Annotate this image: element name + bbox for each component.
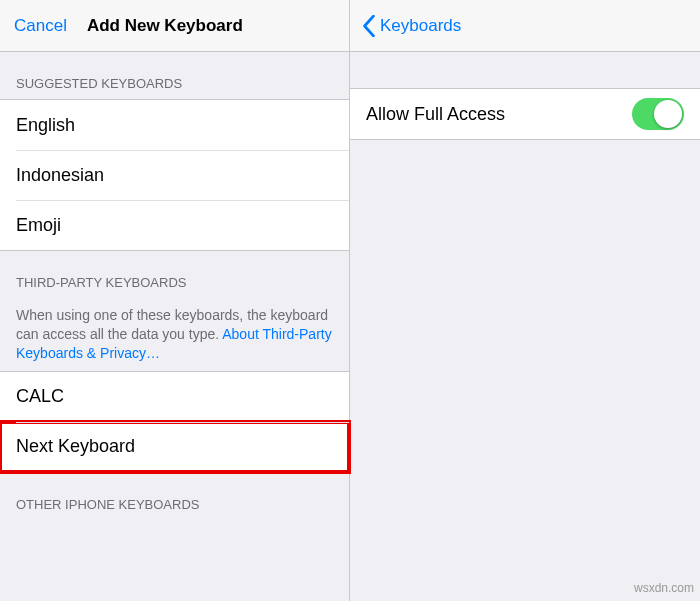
thirdparty-list: CALC Next Keyboard [0,371,349,473]
back-label: Keyboards [380,16,461,36]
cancel-button[interactable]: Cancel [8,16,73,36]
chevron-left-icon [362,15,376,37]
thirdparty-header: Third-Party Keyboards [0,251,349,298]
list-item[interactable]: Indonesian [0,150,349,200]
list-item[interactable]: Emoji [0,200,349,250]
other-header: Other iPhone Keyboards [0,473,349,520]
thirdparty-footer: When using one of these keyboards, the k… [0,298,349,371]
back-button[interactable]: Keyboards [358,15,461,37]
allow-label: Allow Full Access [366,104,505,125]
suggested-list: English Indonesian Emoji [0,99,349,251]
keyboard-settings-pane: Keyboards Allow Full Access [350,0,700,601]
list-item[interactable]: English [0,100,349,150]
allow-access-group: Allow Full Access [350,88,700,140]
watermark: wsxdn.com [634,581,694,595]
suggested-header: Suggested Keyboards [0,52,349,99]
allow-full-access-row: Allow Full Access [350,89,700,139]
navbar-right: Keyboards [350,0,700,52]
allow-full-access-toggle[interactable] [632,98,684,130]
navbar-left: Cancel Add New Keyboard [0,0,349,52]
list-item[interactable]: CALC [0,372,349,422]
page-title: Add New Keyboard [87,16,243,36]
list-item-next-keyboard[interactable]: Next Keyboard [0,422,349,472]
add-keyboard-pane: Cancel Add New Keyboard Suggested Keyboa… [0,0,350,601]
